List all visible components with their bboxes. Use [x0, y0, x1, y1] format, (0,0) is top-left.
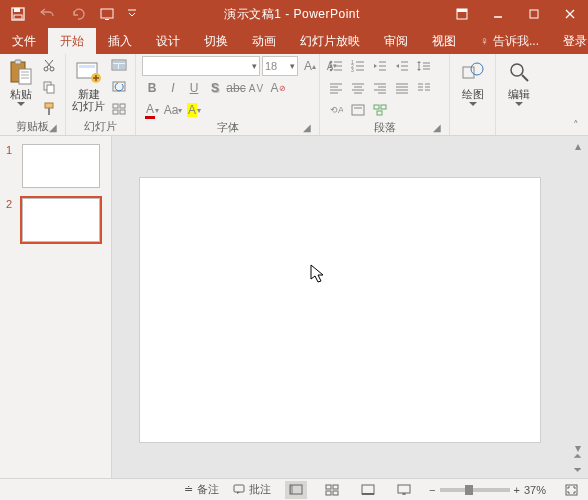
- bold-button[interactable]: B: [142, 78, 162, 98]
- slide-editor-pane[interactable]: ▴ ▾ ⏶ ⏷: [112, 136, 588, 478]
- align-center-button[interactable]: [348, 78, 368, 98]
- slide-layout-button[interactable]: [109, 56, 129, 74]
- svg-point-41: [330, 61, 333, 64]
- reading-view-button[interactable]: [357, 481, 379, 499]
- svg-rect-39: [120, 104, 125, 108]
- tab-insert[interactable]: 插入: [96, 28, 144, 54]
- font-color-button[interactable]: A ▾: [142, 100, 162, 120]
- shadow-button[interactable]: S: [205, 78, 225, 98]
- notes-button[interactable]: ≐备注: [184, 482, 219, 497]
- tab-review[interactable]: 审阅: [372, 28, 420, 54]
- underline-button[interactable]: U: [184, 78, 204, 98]
- align-left-button[interactable]: [326, 78, 346, 98]
- slide-thumbnail[interactable]: 1: [6, 144, 105, 188]
- zoom-slider[interactable]: [440, 488, 510, 492]
- strikethrough-button[interactable]: abc: [226, 78, 246, 98]
- tab-design[interactable]: 设计: [144, 28, 192, 54]
- qat-customize-button[interactable]: [124, 9, 140, 19]
- numbering-button[interactable]: 123: [348, 56, 368, 76]
- zoom-value[interactable]: 37%: [524, 484, 546, 496]
- svg-rect-86: [352, 105, 364, 115]
- bullets-button[interactable]: [326, 56, 346, 76]
- tell-me-button[interactable]: ♀告诉我...: [468, 28, 551, 54]
- slide-canvas[interactable]: [140, 178, 540, 442]
- svg-point-19: [44, 67, 48, 71]
- cut-button[interactable]: [39, 56, 59, 74]
- decrease-indent-button[interactable]: [370, 56, 390, 76]
- zoom-control: − + 37%: [429, 484, 546, 496]
- tab-slideshow[interactable]: 幻灯片放映: [288, 28, 372, 54]
- undo-button[interactable]: [34, 0, 62, 28]
- change-case-button[interactable]: Aa▾: [163, 100, 183, 120]
- highlight-button[interactable]: A▾: [184, 100, 204, 120]
- fit-to-window-button[interactable]: [560, 481, 582, 499]
- zoom-slider-thumb[interactable]: [465, 485, 473, 495]
- chevron-down-icon: ▾: [252, 61, 257, 71]
- next-slide-button[interactable]: ⏷: [570, 462, 586, 476]
- font-family-combo[interactable]: ▾: [142, 56, 260, 76]
- justify-button[interactable]: [392, 78, 412, 98]
- tab-view[interactable]: 视图: [420, 28, 468, 54]
- text-direction-button[interactable]: ⟲A: [326, 100, 346, 120]
- zoom-in-button[interactable]: +: [514, 484, 520, 496]
- copy-button[interactable]: [39, 78, 59, 96]
- quick-access-toolbar: [0, 0, 140, 28]
- clipboard-dialog-launcher[interactable]: ◢: [47, 122, 59, 134]
- align-text-button[interactable]: [348, 100, 368, 120]
- drawing-button[interactable]: 绘图: [456, 56, 489, 106]
- redo-button[interactable]: [64, 0, 92, 28]
- font-dialog-launcher[interactable]: ◢: [301, 122, 313, 134]
- svg-point-42: [330, 65, 333, 68]
- normal-view-button[interactable]: [285, 481, 307, 499]
- slide-sorter-view-button[interactable]: [321, 481, 343, 499]
- increase-font-size-button[interactable]: A▴: [300, 56, 320, 76]
- reset-slide-button[interactable]: [109, 78, 129, 96]
- svg-rect-26: [48, 108, 50, 115]
- svg-rect-35: [119, 64, 125, 69]
- slide-thumbnail[interactable]: 2: [6, 198, 105, 242]
- work-area: 1 2 ▴ ▾ ⏶ ⏷: [0, 136, 588, 478]
- scroll-up-button[interactable]: ▴: [570, 138, 586, 154]
- section-button[interactable]: [109, 100, 129, 118]
- clear-formatting-button[interactable]: A⊘: [268, 78, 288, 98]
- new-slide-button[interactable]: 新建 幻灯片: [72, 56, 105, 112]
- align-right-button[interactable]: [370, 78, 390, 98]
- line-spacing-button[interactable]: [414, 56, 434, 76]
- editing-button[interactable]: 编辑: [502, 56, 536, 106]
- maximize-button[interactable]: [516, 0, 552, 28]
- character-spacing-button[interactable]: AV: [247, 78, 267, 98]
- increase-indent-button[interactable]: [392, 56, 412, 76]
- zoom-out-button[interactable]: −: [429, 484, 435, 496]
- comments-button[interactable]: 批注: [233, 482, 271, 497]
- svg-rect-14: [15, 60, 21, 64]
- paste-button[interactable]: 粘贴: [6, 56, 35, 106]
- previous-slide-button[interactable]: ⏶: [570, 448, 586, 462]
- tab-animations[interactable]: 动画: [240, 28, 288, 54]
- signin-button[interactable]: 登录: [551, 28, 588, 54]
- svg-rect-15: [19, 69, 31, 84]
- slide-preview: [22, 198, 100, 242]
- svg-rect-38: [113, 110, 118, 114]
- close-button[interactable]: [552, 0, 588, 28]
- slideshow-view-button[interactable]: [393, 481, 415, 499]
- collapse-ribbon-button[interactable]: ˄: [568, 117, 584, 133]
- ribbon-display-options-button[interactable]: [444, 0, 480, 28]
- minimize-button[interactable]: [480, 0, 516, 28]
- columns-button[interactable]: [414, 78, 434, 98]
- tab-home[interactable]: 开始: [48, 28, 96, 54]
- slide-number: 1: [6, 144, 16, 188]
- font-size-combo[interactable]: 18▾: [262, 56, 298, 76]
- start-from-beginning-button[interactable]: [94, 0, 122, 28]
- slide-thumbnails-panel[interactable]: 1 2: [0, 136, 112, 478]
- tab-transitions[interactable]: 切换: [192, 28, 240, 54]
- paragraph-dialog-launcher[interactable]: ◢: [431, 122, 443, 134]
- italic-button[interactable]: I: [163, 78, 183, 98]
- smartart-button[interactable]: [370, 100, 390, 120]
- ribbon-tabs: 文件 开始 插入 设计 切换 动画 幻灯片放映 审阅 视图 ♀告诉我... 登录…: [0, 28, 588, 54]
- format-painter-button[interactable]: [39, 100, 59, 118]
- group-clipboard-label: 剪贴板◢: [6, 119, 59, 135]
- group-slides: 新建 幻灯片 幻灯片: [66, 54, 136, 135]
- save-button[interactable]: [4, 0, 32, 28]
- svg-rect-1: [14, 8, 20, 12]
- tab-file[interactable]: 文件: [0, 28, 48, 54]
